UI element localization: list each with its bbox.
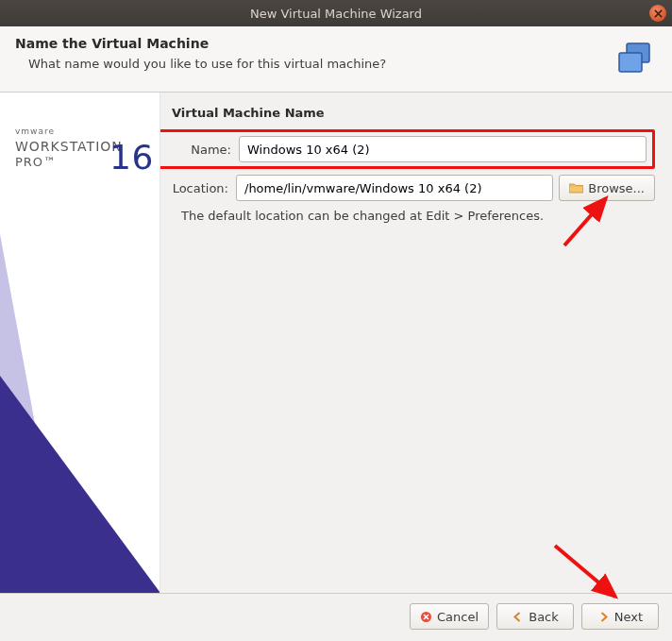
logo-version: 16 bbox=[109, 136, 154, 180]
cancel-label: Cancel bbox=[437, 610, 479, 624]
titlebar: New Virtual Machine Wizard bbox=[0, 0, 672, 26]
close-button[interactable] bbox=[649, 5, 666, 22]
browse-label: Browse... bbox=[588, 181, 645, 195]
window-title: New Virtual Machine Wizard bbox=[250, 7, 422, 21]
browse-button[interactable]: Browse... bbox=[559, 175, 655, 201]
page-heading: Name the Virtual Machine bbox=[15, 36, 657, 51]
name-row-highlight: Name: bbox=[155, 129, 655, 169]
sidebar-branding: vmware WORKSTATION PRO™ 16 bbox=[0, 93, 160, 593]
vm-name-input[interactable] bbox=[239, 136, 647, 162]
section-title: Virtual Machine Name bbox=[172, 106, 655, 120]
location-hint: The default location can be changed at E… bbox=[181, 209, 655, 223]
svg-rect-1 bbox=[619, 53, 642, 72]
back-label: Back bbox=[529, 610, 559, 624]
next-button[interactable]: Next bbox=[581, 603, 659, 630]
back-icon bbox=[512, 611, 524, 623]
logo-product-line1: WORKSTATION bbox=[15, 138, 123, 155]
vm-icon bbox=[613, 40, 655, 81]
next-label: Next bbox=[614, 610, 643, 624]
wizard-footer: Cancel Back Next bbox=[0, 593, 672, 641]
cancel-icon bbox=[420, 611, 432, 623]
wizard-header: Name the Virtual Machine What name would… bbox=[0, 26, 672, 93]
vm-location-input[interactable] bbox=[236, 175, 553, 201]
page-subheading: What name would you like to use for this… bbox=[15, 57, 657, 71]
back-button[interactable]: Back bbox=[496, 603, 574, 630]
folder-icon bbox=[569, 182, 583, 194]
next-icon bbox=[597, 611, 610, 623]
name-label: Name: bbox=[175, 143, 239, 157]
logo-brand: vmware bbox=[15, 127, 123, 138]
logo-product-line2: PRO™ bbox=[15, 155, 123, 171]
cancel-button[interactable]: Cancel bbox=[410, 603, 489, 630]
location-label: Location: bbox=[172, 181, 236, 195]
wizard-content: Virtual Machine Name Name: Location: Bro… bbox=[160, 93, 672, 593]
close-icon bbox=[654, 9, 663, 18]
